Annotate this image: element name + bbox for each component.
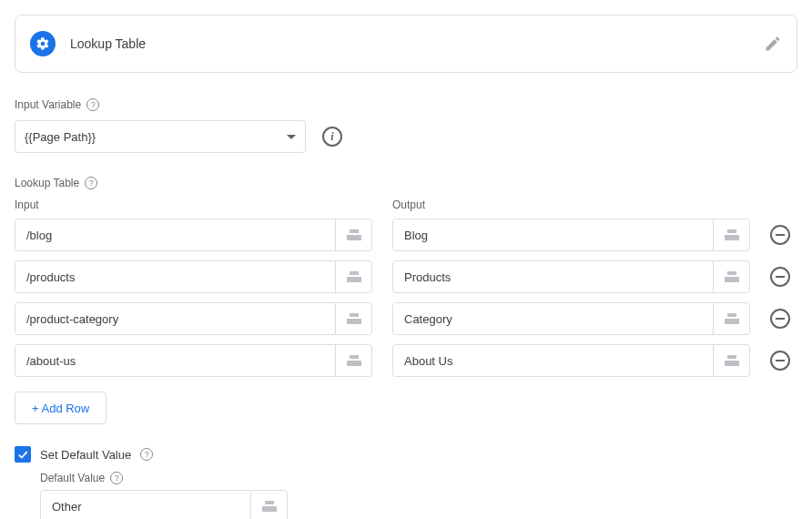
variable-picker-button[interactable] bbox=[713, 219, 749, 250]
input-cell[interactable] bbox=[15, 261, 335, 292]
input-variable-label: Input Variable ? bbox=[15, 98, 797, 111]
table-row bbox=[15, 260, 797, 293]
brick-icon bbox=[262, 501, 277, 512]
help-icon[interactable]: ? bbox=[110, 472, 123, 484]
variable-picker-button[interactable] bbox=[335, 219, 371, 250]
output-field[interactable] bbox=[392, 219, 750, 251]
input-cell[interactable] bbox=[15, 345, 335, 376]
chevron-down-icon bbox=[287, 135, 296, 139]
brick-icon bbox=[347, 271, 361, 282]
brick-icon bbox=[725, 355, 739, 366]
variable-type-card[interactable]: Lookup Table bbox=[15, 15, 797, 73]
help-icon[interactable]: ? bbox=[85, 177, 97, 189]
variable-picker-button[interactable] bbox=[713, 261, 749, 292]
add-row-button[interactable]: + Add Row bbox=[15, 392, 107, 424]
variable-picker-button[interactable] bbox=[335, 303, 371, 334]
brick-icon bbox=[347, 229, 361, 240]
column-header-input: Input bbox=[15, 198, 372, 211]
table-row bbox=[15, 302, 797, 335]
brick-icon bbox=[725, 271, 739, 282]
input-field[interactable] bbox=[15, 219, 372, 251]
input-field[interactable] bbox=[15, 344, 372, 377]
brick-icon bbox=[347, 355, 361, 366]
table-row bbox=[15, 219, 797, 251]
output-cell[interactable] bbox=[393, 345, 713, 376]
set-default-label: Set Default Value bbox=[40, 448, 131, 462]
output-cell[interactable] bbox=[393, 219, 713, 250]
pencil-icon[interactable] bbox=[764, 35, 782, 53]
remove-row-button[interactable] bbox=[770, 351, 790, 371]
output-field[interactable] bbox=[392, 302, 750, 335]
remove-row-button[interactable] bbox=[770, 309, 790, 329]
column-header-output: Output bbox=[392, 198, 750, 211]
input-field[interactable] bbox=[15, 302, 372, 335]
variable-picker-button[interactable] bbox=[713, 345, 749, 376]
gear-badge-icon bbox=[30, 31, 56, 56]
default-value-label: Default Value ? bbox=[40, 472, 797, 484]
brick-icon bbox=[725, 313, 739, 324]
output-cell[interactable] bbox=[393, 303, 713, 334]
input-field[interactable] bbox=[15, 260, 372, 293]
default-value-input[interactable] bbox=[41, 491, 250, 519]
variable-picker-button[interactable] bbox=[335, 345, 371, 376]
info-icon[interactable]: i bbox=[322, 127, 342, 147]
brick-icon bbox=[347, 313, 361, 324]
output-cell[interactable] bbox=[393, 261, 713, 292]
lookup-table: Input Output + Add Row bbox=[15, 198, 797, 424]
default-value-field[interactable] bbox=[40, 490, 288, 519]
input-variable-select[interactable]: {{Page Path}} bbox=[15, 120, 306, 153]
brick-icon bbox=[725, 229, 739, 240]
card-title: Lookup Table bbox=[70, 36, 764, 51]
set-default-checkbox[interactable] bbox=[15, 446, 31, 463]
input-cell[interactable] bbox=[15, 219, 335, 250]
remove-row-button[interactable] bbox=[770, 225, 790, 245]
help-icon[interactable]: ? bbox=[140, 448, 153, 461]
remove-row-button[interactable] bbox=[770, 267, 790, 287]
variable-picker-button[interactable] bbox=[250, 491, 287, 519]
variable-picker-button[interactable] bbox=[713, 303, 749, 334]
lookup-table-label: Lookup Table ? bbox=[15, 177, 797, 189]
input-cell[interactable] bbox=[15, 303, 335, 334]
output-field[interactable] bbox=[392, 260, 750, 293]
table-row bbox=[15, 344, 797, 377]
help-icon[interactable]: ? bbox=[86, 98, 99, 111]
output-field[interactable] bbox=[392, 344, 750, 377]
variable-picker-button[interactable] bbox=[335, 261, 371, 292]
input-variable-value: {{Page Path}} bbox=[25, 130, 96, 144]
